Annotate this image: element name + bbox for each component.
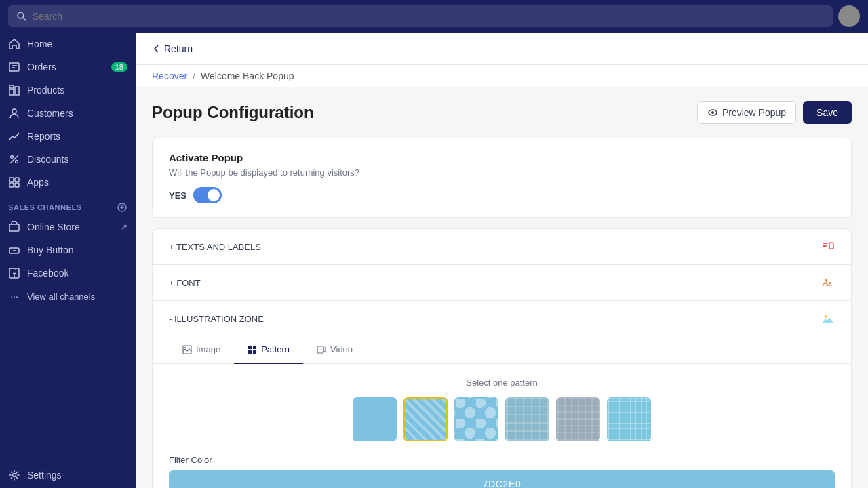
svg-point-8 xyxy=(12,109,16,113)
page-header: Popup Configuration Preview Popup Save xyxy=(152,101,852,124)
orders-icon xyxy=(8,61,20,73)
pattern-item-6[interactable] xyxy=(607,397,651,441)
svg-rect-12 xyxy=(9,178,14,182)
back-button[interactable]: Return xyxy=(152,43,193,54)
sidebar-item-home[interactable]: Home xyxy=(0,33,136,56)
texts-labels-accordion: + TEXTS AND LABELS xyxy=(153,229,851,265)
font-header[interactable]: + FONT Aa xyxy=(153,265,851,300)
svg-rect-2 xyxy=(9,63,19,71)
image-tab-icon xyxy=(182,345,192,354)
facebook-icon xyxy=(8,267,20,279)
chevron-left-icon xyxy=(152,44,161,54)
pattern-grid xyxy=(169,397,835,441)
sidebar-item-discounts[interactable]: Discounts xyxy=(0,148,136,171)
sidebar-item-apps[interactable]: Apps xyxy=(0,171,136,194)
header-actions: Preview Popup Save xyxy=(697,101,852,124)
texts-labels-header[interactable]: + TEXTS AND LABELS xyxy=(153,229,851,264)
svg-rect-37 xyxy=(253,350,256,354)
illustration-icon xyxy=(821,312,835,325)
search-input[interactable] xyxy=(33,11,825,22)
texts-labels-icon xyxy=(821,240,835,253)
svg-rect-26 xyxy=(823,243,828,244)
svg-line-1 xyxy=(23,18,26,20)
illustration-header[interactable]: - ILLUSTRATION ZONE xyxy=(153,301,851,336)
eye-icon xyxy=(707,107,718,118)
activate-toggle[interactable] xyxy=(193,187,222,203)
sidebar-item-settings[interactable]: Settings xyxy=(0,462,136,488)
save-button[interactable]: Save xyxy=(803,101,852,124)
sidebar-item-orders[interactable]: Orders 18 xyxy=(0,56,136,79)
recover-link[interactable]: Recover xyxy=(152,70,187,81)
texts-labels-label: + TEXTS AND LABELS xyxy=(169,242,261,252)
pattern-select-label: Select one pattern xyxy=(169,378,835,388)
reports-icon xyxy=(8,130,20,142)
svg-rect-14 xyxy=(9,183,14,187)
pattern-item-1[interactable] xyxy=(353,397,397,441)
svg-rect-7 xyxy=(9,85,14,88)
customers-icon xyxy=(8,107,20,119)
svg-rect-5 xyxy=(9,89,14,95)
svg-point-23 xyxy=(13,474,16,477)
svg-point-25 xyxy=(711,111,714,114)
more-icon: ··· xyxy=(8,290,20,302)
color-bar[interactable]: 7DC2E0 xyxy=(169,470,835,488)
pattern-item-3[interactable] xyxy=(454,397,498,441)
products-icon xyxy=(8,84,20,96)
svg-point-9 xyxy=(11,156,14,159)
filter-color-section: Filter Color 7DC2E0 xyxy=(153,455,851,488)
tab-pattern[interactable]: Pattern xyxy=(234,336,303,364)
toggle-knob xyxy=(208,189,220,201)
pattern-tab-icon xyxy=(248,345,257,354)
video-tab-icon xyxy=(317,345,326,354)
svg-point-33 xyxy=(184,347,186,348)
settings-icon xyxy=(8,469,20,481)
pattern-item-4[interactable] xyxy=(505,397,549,441)
main-content: Return Recover / Welcome Back Popup Popu… xyxy=(136,33,868,488)
home-icon xyxy=(8,38,20,50)
breadcrumb: Return xyxy=(136,33,868,65)
svg-rect-6 xyxy=(15,87,19,95)
pattern-item-5[interactable] xyxy=(556,397,600,441)
sidebar-item-customers[interactable]: Customers xyxy=(0,102,136,125)
avatar[interactable] xyxy=(838,5,860,27)
sidebar-item-buy-button[interactable]: Buy Button xyxy=(0,239,136,262)
add-channel-icon[interactable] xyxy=(117,202,127,213)
activate-popup-card: Activate Popup Will the Popup be display… xyxy=(152,138,852,218)
buy-button-icon xyxy=(8,244,20,256)
activate-popup-title: Activate Popup xyxy=(169,152,835,163)
filter-color-label: Filter Color xyxy=(169,455,835,465)
orders-badge: 18 xyxy=(111,62,127,72)
illustration-label: - ILLUSTRATION ZONE xyxy=(169,314,264,324)
view-all-channels[interactable]: ··· View all channels xyxy=(0,285,136,308)
breadcrumb-separator: / xyxy=(193,70,195,81)
online-store-icon xyxy=(8,221,20,233)
tab-image[interactable]: Image xyxy=(169,336,234,364)
sub-breadcrumb: Recover / Welcome Back Popup xyxy=(136,65,868,87)
svg-line-11 xyxy=(10,155,18,163)
sales-channels-header: SALES CHANNELS xyxy=(0,194,136,216)
page-title: Popup Configuration xyxy=(152,103,314,122)
configuration-card: + TEXTS AND LABELS + FONT xyxy=(152,228,852,488)
breadcrumb-current: Welcome Back Popup xyxy=(201,70,294,81)
apps-icon xyxy=(8,176,20,188)
sidebar: Home Orders 18 Products Customers Repo xyxy=(0,33,136,488)
sidebar-item-facebook[interactable]: Facebook xyxy=(0,262,136,285)
pattern-section: Select one pattern xyxy=(153,364,851,455)
sidebar-item-products[interactable]: Products xyxy=(0,79,136,102)
svg-rect-36 xyxy=(248,350,252,354)
svg-point-10 xyxy=(16,161,18,163)
pattern-item-2[interactable] xyxy=(403,397,448,441)
topbar xyxy=(0,0,868,33)
illustration-accordion: - ILLUSTRATION ZONE Image xyxy=(153,301,851,488)
preview-popup-button[interactable]: Preview Popup xyxy=(697,101,796,124)
ext-icon-online-store: ↗ xyxy=(121,222,127,232)
font-label: + FONT xyxy=(169,278,201,288)
sidebar-item-online-store[interactable]: Online Store ↗ xyxy=(0,216,136,239)
search-bar[interactable] xyxy=(8,5,833,27)
svg-text:a: a xyxy=(828,280,832,287)
svg-rect-35 xyxy=(253,346,256,349)
sidebar-item-reports[interactable]: Reports xyxy=(0,125,136,148)
svg-rect-28 xyxy=(829,243,833,249)
tab-video[interactable]: Video xyxy=(303,336,366,364)
discounts-icon xyxy=(8,153,20,165)
